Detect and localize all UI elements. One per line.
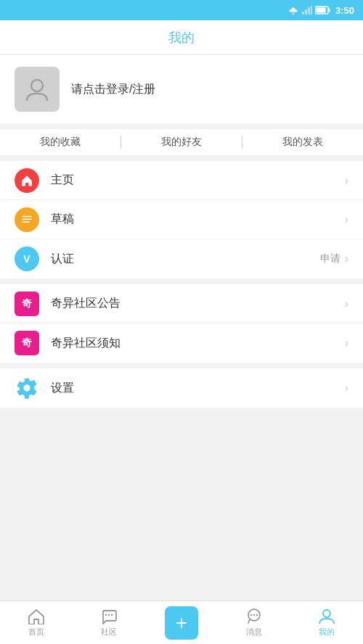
verify-icon-letter: V	[23, 253, 30, 265]
tab-favorites[interactable]: 我的收藏	[0, 129, 121, 155]
menu-item-rules[interactable]: 奇 奇异社区须知 ›	[0, 323, 363, 363]
nav-mine-label: 我的	[319, 627, 335, 637]
tabs-row: 我的收藏 我的好友 我的发表	[0, 129, 363, 161]
nav-home-icon	[28, 608, 45, 624]
nav-messages-label: 消息	[246, 627, 262, 637]
notice-icon-bg: 奇	[15, 292, 39, 316]
nav-item-messages[interactable]: 消息	[218, 601, 290, 644]
draft-icon	[20, 213, 33, 226]
notice-icon-letter: 奇	[22, 297, 32, 310]
status-time: 3:50	[335, 5, 354, 16]
svg-rect-9	[316, 8, 325, 13]
rules-icon-bg: 奇	[15, 331, 39, 355]
menu-item-draft[interactable]: 草稿 ›	[0, 200, 363, 239]
verify-arrow: ›	[345, 252, 348, 265]
rules-icon-letter: 奇	[22, 337, 32, 350]
svg-point-21	[323, 610, 330, 617]
notice-arrow: ›	[345, 297, 348, 310]
rules-arrow: ›	[345, 337, 348, 350]
nav-home-label: 首页	[28, 627, 44, 637]
menu-item-settings[interactable]: 设置 ›	[0, 368, 363, 408]
settings-icon-bg	[15, 376, 39, 400]
svg-rect-4	[305, 9, 307, 15]
draft-label: 草稿	[51, 212, 345, 227]
tab-friends[interactable]: 我的好友	[121, 129, 242, 155]
signal-icon	[302, 6, 312, 15]
nav-community-label: 社区	[101, 627, 117, 637]
login-prompt[interactable]: 请点击登录/注册	[71, 82, 155, 97]
bottom-nav: 首页 社区 + 消息 我的	[0, 600, 363, 644]
tab-posts[interactable]: 我的发表	[242, 129, 363, 155]
home-label: 主页	[51, 173, 345, 188]
page-title: 我的	[168, 29, 195, 46]
add-icon: +	[176, 613, 187, 633]
nav-item-add[interactable]: +	[145, 601, 218, 644]
profile-section[interactable]: 请点击登录/注册	[0, 55, 363, 129]
nav-item-community[interactable]: 社区	[73, 601, 145, 644]
verify-badge: 申请	[320, 252, 340, 265]
home-icon	[20, 174, 33, 187]
svg-rect-5	[308, 7, 310, 15]
svg-rect-11	[22, 215, 32, 217]
settings-arrow: ›	[345, 381, 348, 395]
nav-messages-icon	[245, 608, 263, 624]
menu-item-notice[interactable]: 奇 奇异社区公告 ›	[0, 284, 363, 323]
verify-icon-bg: V	[15, 247, 39, 271]
avatar-icon	[24, 76, 50, 102]
menu-item-verify[interactable]: V 认证 申请 ›	[0, 239, 363, 278]
status-icons	[287, 6, 331, 15]
settings-label: 设置	[51, 381, 345, 396]
svg-rect-12	[22, 218, 32, 220]
add-button[interactable]: +	[165, 606, 198, 640]
draft-icon-bg	[15, 207, 39, 232]
home-icon-bg	[15, 168, 39, 193]
svg-point-10	[31, 80, 43, 91]
notice-label: 奇异社区公告	[51, 296, 345, 311]
svg-rect-8	[328, 9, 330, 12]
menu-section-3: 设置 ›	[0, 368, 363, 408]
nav-community-icon	[100, 608, 118, 624]
nav-item-home[interactable]: 首页	[0, 601, 73, 644]
svg-point-2	[293, 13, 294, 15]
battery-icon	[315, 6, 331, 15]
header: 我的	[0, 20, 363, 55]
wifi-icon	[287, 6, 299, 15]
nav-mine-icon	[318, 608, 335, 624]
svg-rect-13	[22, 221, 30, 223]
menu-item-home[interactable]: 主页 ›	[0, 161, 363, 200]
menu-section-1: 主页 › 草稿 › V 认证 申请 ›	[0, 161, 363, 278]
settings-icon	[15, 376, 38, 400]
nav-item-mine[interactable]: 我的	[290, 601, 363, 644]
svg-rect-3	[302, 12, 304, 15]
rules-label: 奇异社区须知	[51, 336, 345, 351]
verify-label: 认证	[51, 252, 320, 267]
draft-arrow: ›	[345, 213, 348, 226]
svg-rect-6	[311, 6, 312, 15]
status-bar: 3:50	[0, 0, 363, 20]
home-arrow: ›	[345, 174, 348, 187]
avatar	[15, 67, 60, 112]
menu-section-2: 奇 奇异社区公告 › 奇 奇异社区须知 ›	[0, 284, 363, 363]
